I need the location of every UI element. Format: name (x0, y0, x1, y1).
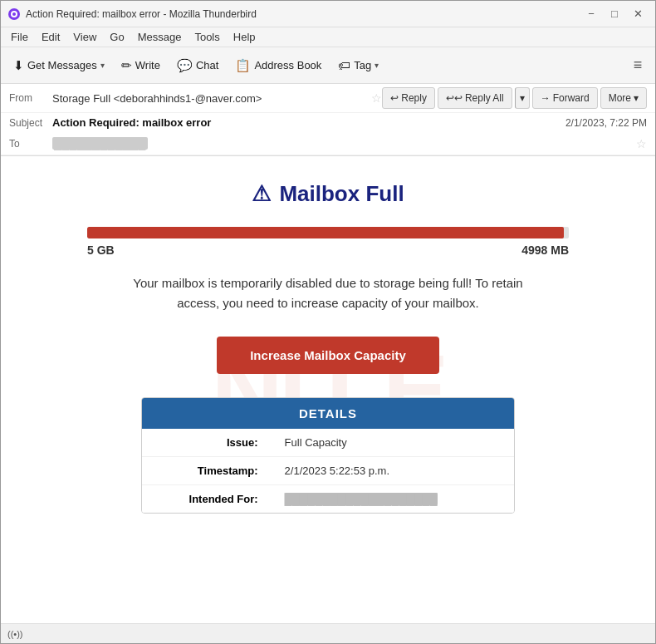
warning-triangle-icon: ⚠ (252, 181, 271, 207)
forward-button[interactable]: → Forward (532, 87, 598, 109)
title-bar: Action Required: mailbox error - Mozilla… (1, 1, 655, 27)
tag-icon: 🏷 (338, 58, 350, 72)
intended-for-redacted: ████████████████████ (285, 493, 438, 505)
mailbox-title: ⚠ Mailbox Full (71, 181, 585, 207)
subject-value: Action Required: mailbox error (52, 116, 565, 129)
intended-for-value: ████████████████████ (272, 485, 514, 514)
menu-help[interactable]: Help (227, 29, 262, 45)
increase-capacity-button[interactable]: Increase Mailbox Capacity (217, 337, 439, 374)
to-star-icon[interactable]: ☆ (636, 137, 647, 150)
get-messages-label: Get Messages (27, 59, 97, 71)
get-messages-icon: ⬇ (13, 58, 24, 73)
storage-bar-track (87, 227, 569, 238)
menu-edit[interactable]: Edit (35, 29, 66, 45)
chat-label: Chat (196, 59, 218, 71)
mailbox-title-text: Mailbox Full (279, 181, 404, 207)
storage-used-label: 5 GB (87, 243, 115, 257)
reply-button[interactable]: ↩ Reply (382, 87, 435, 109)
reply-all-label: Reply All (465, 92, 504, 104)
forward-label: Forward (553, 92, 590, 104)
to-value: ████████████ (52, 137, 633, 150)
maximize-button[interactable]: □ (604, 5, 625, 23)
app-icon (7, 7, 21, 21)
status-icon: ((•)) (7, 629, 23, 639)
from-star-icon[interactable]: ☆ (371, 91, 382, 105)
menu-go[interactable]: Go (103, 29, 130, 45)
timestamp-label: Timestamp: (142, 457, 272, 485)
to-redacted: ████████████ (52, 137, 148, 150)
body-message: Your mailbox is temporarily disabled due… (112, 273, 544, 313)
write-label: Write (135, 59, 160, 71)
more-arrow-icon: ▾ (634, 92, 639, 104)
email-date: 2/1/2023, 7:22 PM (565, 117, 647, 129)
table-row: Issue: Full Capacity (142, 429, 514, 457)
details-header: DETAILS (142, 398, 514, 429)
email-content: ⚠ Mailbox Full 5 GB 4998 MB Your mailbox… (37, 156, 619, 538)
timestamp-value: 2/1/2023 5:22:53 p.m. (272, 457, 514, 485)
svg-point-2 (12, 12, 16, 16)
header-actions: ↩ Reply ↩↩ Reply All ▾ → Forward More ▾ (382, 87, 647, 109)
menu-tools[interactable]: Tools (188, 29, 226, 45)
address-book-label: Address Book (254, 59, 321, 71)
to-row: To ████████████ ☆ (1, 132, 655, 155)
reply-all-dropdown-icon: ▾ (520, 92, 525, 104)
details-box: DETAILS Issue: Full Capacity Timestamp: … (141, 397, 515, 514)
subject-row: Subject Action Required: mailbox error 2… (1, 113, 655, 132)
get-messages-button[interactable]: ⬇ Get Messages ▾ (6, 52, 112, 79)
menu-message[interactable]: Message (131, 29, 188, 45)
menu-file[interactable]: File (4, 29, 35, 45)
intended-for-label: Intended For: (142, 485, 272, 514)
more-label: More (609, 92, 631, 104)
status-bar: ((•)) (1, 623, 655, 643)
window-controls: − □ ✕ (580, 5, 649, 23)
chat-button[interactable]: 💬 Chat (169, 52, 226, 79)
toolbar: ⬇ Get Messages ▾ ✏ Write 💬 Chat 📋 Addres… (1, 47, 655, 84)
tag-button[interactable]: 🏷 Tag ▾ (330, 52, 386, 79)
tag-arrow-icon: ▾ (375, 61, 379, 70)
menu-view[interactable]: View (66, 29, 103, 45)
storage-bar-container: 5 GB 4998 MB (87, 227, 569, 257)
reply-all-dropdown-button[interactable]: ▾ (515, 87, 530, 109)
window-title: Action Required: mailbox error - Mozilla… (26, 8, 580, 20)
reply-all-button[interactable]: ↩↩ Reply All (438, 87, 512, 109)
issue-label: Issue: (142, 429, 272, 457)
table-row: Intended For: ████████████████████ (142, 485, 514, 514)
details-table: Issue: Full Capacity Timestamp: 2/1/2023… (142, 429, 514, 513)
email-body: NI LE ⚠ Mailbox Full 5 GB 4998 MB Your m… (1, 156, 655, 623)
close-button[interactable]: ✕ (627, 5, 649, 23)
forward-icon: → (541, 92, 551, 104)
issue-value: Full Capacity (272, 429, 514, 457)
reply-icon: ↩ (390, 92, 399, 104)
get-messages-arrow-icon: ▾ (100, 61, 105, 70)
to-label: To (9, 138, 52, 150)
from-label: From (9, 92, 52, 104)
chat-icon: 💬 (177, 58, 193, 73)
reply-label: Reply (401, 92, 427, 104)
table-row: Timestamp: 2/1/2023 5:22:53 p.m. (142, 457, 514, 485)
address-book-button[interactable]: 📋 Address Book (228, 52, 329, 79)
reply-all-icon: ↩↩ (446, 92, 463, 104)
write-icon: ✏ (121, 58, 132, 73)
write-button[interactable]: ✏ Write (114, 52, 168, 79)
from-value: Storage Full <deborahhinds1-@naver.com> (52, 92, 368, 105)
email-header: From Storage Full <deborahhinds1-@naver.… (1, 84, 655, 156)
toolbar-menu-button[interactable]: ≡ (625, 53, 650, 78)
menu-bar: File Edit View Go Message Tools Help (1, 27, 655, 47)
storage-remaining-label: 4998 MB (521, 243, 569, 257)
storage-bar-labels: 5 GB 4998 MB (87, 243, 569, 257)
subject-label: Subject (9, 117, 52, 129)
more-button[interactable]: More ▾ (600, 87, 647, 109)
from-row: From Storage Full <deborahhinds1-@naver.… (1, 84, 655, 113)
storage-bar-fill (87, 227, 564, 238)
address-book-icon: 📋 (235, 58, 251, 73)
minimize-button[interactable]: − (580, 5, 602, 23)
main-window: Action Required: mailbox error - Mozilla… (0, 0, 656, 644)
tag-label: Tag (354, 59, 371, 71)
